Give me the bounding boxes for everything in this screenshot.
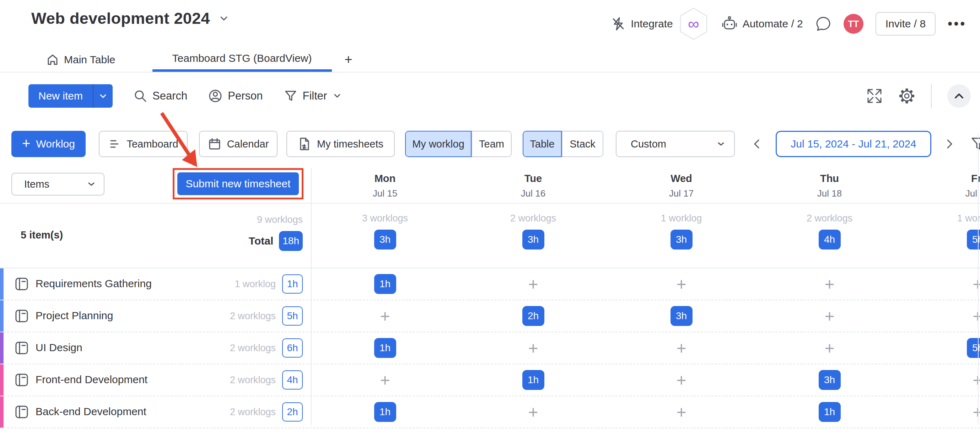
toggle-my-worklog[interactable]: My worklog xyxy=(405,131,471,157)
worklog-cell[interactable]: + xyxy=(528,402,538,422)
worklog-cell[interactable]: + xyxy=(528,274,538,294)
person-label: Person xyxy=(228,89,262,102)
calendar-view-label: Calendar xyxy=(227,138,269,150)
worklog-cell[interactable]: + xyxy=(676,274,686,294)
board-header: Web development 2024 xyxy=(31,9,230,28)
item-total-badge[interactable]: 4h xyxy=(282,370,303,389)
day-summary: 2 worklogs3h xyxy=(459,213,607,249)
worklog-cell[interactable]: + xyxy=(676,370,686,390)
table-row: UI Design 2 worklogs6h 1h + + + 5h xyxy=(0,332,980,364)
collapse-view-button[interactable] xyxy=(947,84,971,108)
invite-button[interactable]: Invite / 8 xyxy=(875,12,935,35)
worklog-cell[interactable]: + xyxy=(824,338,834,358)
items-select-value: Items xyxy=(24,179,49,190)
title-chevron-down-icon[interactable] xyxy=(218,13,230,24)
calendar-view-button[interactable]: Calendar xyxy=(199,131,277,157)
day-total-badge[interactable]: 3h xyxy=(522,230,544,249)
worklog-cells: + 1h + 3h + xyxy=(311,364,980,396)
total-hours-badge: 18h xyxy=(279,231,303,251)
worklog-cells: 1h + + 1h + xyxy=(311,396,980,427)
day-total-badge[interactable]: 3h xyxy=(374,230,396,249)
person-icon xyxy=(208,88,223,104)
worklog-cell[interactable]: 1h xyxy=(374,274,396,294)
automate-button[interactable]: Automate / 2 xyxy=(721,16,803,32)
worklog-cell[interactable]: 3h xyxy=(670,306,692,326)
filter-button[interactable]: Filter xyxy=(283,89,343,103)
tab-main-table[interactable]: Main Table xyxy=(43,47,118,72)
worklog-cell[interactable]: + xyxy=(380,370,390,390)
day-total-badge[interactable]: 3h xyxy=(670,230,692,249)
chat-icon[interactable] xyxy=(815,16,832,32)
date-range-preset-select[interactable]: Custom xyxy=(616,131,735,157)
item-total-badge[interactable]: 5h xyxy=(282,306,303,325)
date-range-button[interactable]: Jul 15, 2024 - Jul 21, 2024 xyxy=(776,131,931,157)
worklog-cell[interactable]: 1h xyxy=(374,402,396,422)
worklog-cell[interactable]: + xyxy=(380,306,390,326)
items-select[interactable]: Items xyxy=(11,173,105,196)
fullscreen-icon[interactable] xyxy=(866,88,883,104)
tab-teamboard-stg-label: Teamboard STG (BoardView) xyxy=(172,52,312,64)
day-summary: 1 worklog3h xyxy=(607,213,756,249)
row-color-bar xyxy=(0,300,3,332)
total-worklogs-count: 9 worklogs xyxy=(170,214,303,225)
filter-chevron-down-icon xyxy=(332,91,342,101)
submit-new-timesheet-button[interactable]: Submit new timesheet xyxy=(177,172,299,195)
worklog-cell[interactable]: 2h xyxy=(522,306,544,326)
day-header: FriJul 19 xyxy=(904,167,980,199)
avatar[interactable]: TT xyxy=(843,14,864,34)
item-name[interactable]: Back-end Development xyxy=(35,405,146,418)
annotation-highlight-box: Submit new timesheet xyxy=(173,168,304,199)
worklog-cell[interactable]: + xyxy=(972,370,980,390)
worklog-cell[interactable]: 1h xyxy=(374,338,396,358)
item-name[interactable]: Requirements Gathering xyxy=(35,278,152,290)
robot-icon xyxy=(721,16,738,32)
worklog-cell[interactable]: + xyxy=(824,306,834,326)
add-view-button[interactable]: + xyxy=(345,47,353,72)
item-count: 5 item(s) xyxy=(21,229,63,241)
select-chevron-down-icon xyxy=(87,180,96,189)
integrations-badge[interactable]: ∞ xyxy=(678,7,709,40)
new-item-label: New item xyxy=(29,84,93,108)
item-worklog-count: 1 worklog xyxy=(234,279,276,290)
day-total-badge[interactable]: 4h xyxy=(819,230,841,249)
toggle-table[interactable]: Table xyxy=(523,131,562,157)
search-button[interactable]: Search xyxy=(133,89,187,103)
worklog-cell[interactable]: + xyxy=(824,274,834,294)
next-week-button[interactable] xyxy=(943,138,956,150)
item-name[interactable]: UI Design xyxy=(35,341,83,354)
worklog-cell[interactable]: + xyxy=(972,402,980,422)
item-total-badge[interactable]: 2h xyxy=(282,402,303,421)
worklog-cell[interactable]: 1h xyxy=(819,402,841,422)
new-item-chevron-down-icon[interactable] xyxy=(93,84,113,108)
item-name[interactable]: Front-end Development xyxy=(35,373,148,386)
new-item-button[interactable]: New item xyxy=(29,84,113,108)
my-timesheets-button[interactable]: My timesheets xyxy=(286,131,395,157)
toggle-stack[interactable]: Stack xyxy=(562,131,603,157)
automate-label: Automate / 2 xyxy=(743,18,803,30)
integrate-button[interactable]: Integrate ∞ xyxy=(611,7,709,40)
board-item-icon xyxy=(15,277,29,291)
teamboard-view-button[interactable]: Teamboard xyxy=(99,131,188,157)
more-options-button[interactable]: ••• xyxy=(948,16,967,31)
item-total-badge[interactable]: 1h xyxy=(282,274,303,293)
worklog-cell[interactable]: + xyxy=(676,338,686,358)
worklog-cell[interactable]: + xyxy=(972,274,980,294)
row-color-bar xyxy=(0,332,3,364)
person-filter-button[interactable]: Person xyxy=(208,88,262,104)
worklog-cell[interactable]: 1h xyxy=(522,370,544,390)
item-total-badge[interactable]: 6h xyxy=(282,338,303,357)
tab-teamboard-stg[interactable]: Teamboard STG (BoardView) xyxy=(153,47,332,72)
worklog-cell[interactable]: + xyxy=(676,402,686,422)
add-worklog-button[interactable]: + Worklog xyxy=(11,131,86,157)
grid-header-band: Items Submit new timesheet MonJul 15 Tue… xyxy=(0,167,980,204)
settings-gear-icon[interactable] xyxy=(898,88,915,105)
item-name[interactable]: Project Planning xyxy=(35,309,113,322)
worklog-toolbar: + Worklog Teamboard Calendar My timeshee… xyxy=(11,121,980,167)
worklog-cell[interactable]: 3h xyxy=(819,370,841,390)
view-tabs: Main Table Teamboard STG (BoardView) + xyxy=(0,47,980,72)
worklog-cell[interactable]: + xyxy=(528,338,538,358)
worklog-cell[interactable]: + xyxy=(972,306,980,326)
prev-week-button[interactable] xyxy=(751,138,763,150)
toggle-team[interactable]: Team xyxy=(471,131,512,157)
worklog-cells: + 2h 3h + + xyxy=(311,300,980,332)
